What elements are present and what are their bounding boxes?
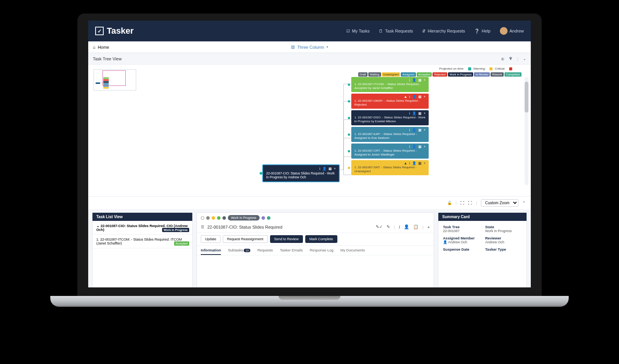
plus-icon[interactable]: + <box>424 95 426 99</box>
plus-icon[interactable]: + <box>424 78 426 82</box>
calendar-icon[interactable]: ▦ <box>418 78 422 82</box>
task-list-title: Task List View <box>92 213 192 221</box>
info-icon[interactable]: i <box>409 95 410 99</box>
user-icon[interactable]: 👤 <box>412 161 416 165</box>
summary-reviewer-value: Andrew Och <box>485 240 522 244</box>
status-pill: Work In Progress <box>228 215 260 220</box>
legend-status-chip: In Review <box>474 72 490 77</box>
chevron-up-icon[interactable]: ⌃ <box>522 201 525 205</box>
legend-status-chip: Unassigned <box>382 72 400 77</box>
info-icon[interactable]: i <box>409 161 410 165</box>
scrollbar[interactable] <box>525 77 528 185</box>
tree-child-node[interactable]: ▲i👤▦+1. 22-001087-SNT: - Status Slides R… <box>351 160 429 175</box>
plus-icon[interactable]: + <box>424 161 426 165</box>
child-node-text: 1. 22-001087-SNT: - Status Slides Requir… <box>354 166 426 173</box>
task-list-item-label: 1. 22-001087-ITCOM: - Status Slides Requ… <box>96 238 182 245</box>
breadcrumb-home[interactable]: ⌂ Home <box>93 45 109 50</box>
clipboard-icon: 🗒 <box>379 29 383 33</box>
bottom-panels: Task List View ⌄22-001087-CIO: Status Sl… <box>88 209 531 287</box>
share-icon[interactable]: ⎋ <box>501 56 504 61</box>
send-to-review-button[interactable]: Send to Review <box>270 235 303 243</box>
tree-child-node[interactable]: i👤▦+1. 22-001087-CRT: - Status Slides Re… <box>351 144 429 159</box>
legend-status-chip: Waiting <box>368 72 381 77</box>
zoom-extents-icon[interactable]: ⛶ <box>468 201 472 205</box>
user-icon[interactable]: 👤 <box>412 111 416 115</box>
minimap[interactable] <box>94 69 136 91</box>
tree-child-node[interactable]: i👤▦+1. 22-001087-EAP: - Status Slides Re… <box>351 127 429 142</box>
calendar-icon[interactable]: ▦ <box>328 167 332 171</box>
tree-root-node[interactable]: i 👤 ▦ + 22-001087-CIO: Status Slides Req… <box>262 164 340 182</box>
child-node-text: 1. 22-001087-OMSF: - Status Slides Requi… <box>354 99 426 107</box>
user-icon[interactable]: 👤 <box>412 145 416 149</box>
task-detail-panel: Work In Progress ☰ 22-001087-CIO: Status… <box>197 212 434 287</box>
nav-help[interactable]: ❔ Help <box>474 29 491 34</box>
nav-task-requests[interactable]: 🗒 Task Requests <box>379 29 413 33</box>
tree-child-node[interactable]: i👤▦+1. 22-001087-ITCOM: - Status Slides … <box>351 77 429 92</box>
legend-critical-swatch <box>509 67 512 70</box>
nav-hierarchy-requests[interactable]: ⇵ Hierarchy Requests <box>422 29 465 34</box>
update-button[interactable]: Update <box>201 235 221 243</box>
tab-label: Tasker Emails <box>280 248 303 252</box>
nav-my-tasks[interactable]: ☑ My Tasks <box>346 29 370 34</box>
detail-tab[interactable]: Information <box>201 248 221 255</box>
info-icon[interactable]: i <box>409 128 410 132</box>
legend-ontime-label: Projected on time: <box>439 67 464 70</box>
nav-user[interactable]: Andrew <box>500 27 524 35</box>
status-progress-row: Work In Progress <box>197 213 434 223</box>
tree-canvas[interactable]: Projected on time: Warning: Critical: Dr… <box>88 65 531 196</box>
calendar-icon[interactable]: ▦ <box>418 145 422 149</box>
summary-state-value: Work in Progress <box>485 229 522 233</box>
zoom-select[interactable]: Custom Zoom <box>481 199 518 207</box>
chevron-down-icon[interactable]: ⌄ <box>523 57 526 61</box>
calendar-icon[interactable]: ▦ <box>418 111 422 115</box>
view-mode-selector[interactable]: ▥ Three Column ▾ <box>291 44 328 50</box>
detail-tab[interactable]: Tasker Emails <box>280 248 303 255</box>
columns-icon: ▥ <box>291 44 295 50</box>
legend-status-chip: Completed <box>504 72 522 77</box>
info-icon[interactable]: i <box>409 78 410 82</box>
detail-tab[interactable]: Response Log <box>310 248 333 255</box>
detail-tab[interactable]: Requests <box>257 248 273 255</box>
tree-child-node[interactable]: ▲i👤▦+1. 22-001087-OMSF: - Status Slides … <box>351 94 429 109</box>
task-list-item[interactable]: ⌄22-001087-CIO: Status Slides Required. … <box>92 221 192 235</box>
clipboard-icon[interactable]: 📋 <box>413 224 419 229</box>
user-icon[interactable]: 👤 <box>412 78 416 82</box>
zoom-fit-icon[interactable]: ⛶ <box>460 201 464 205</box>
view-mode-label: Three Column <box>297 45 324 50</box>
calendar-icon[interactable]: ▦ <box>418 128 422 132</box>
info-icon[interactable]: i <box>409 111 410 115</box>
info-icon[interactable]: i <box>409 145 410 149</box>
summary-task-tree-label: Task Tree <box>443 225 480 229</box>
home-icon: ⌂ <box>93 45 96 50</box>
plus-icon[interactable]: + <box>427 225 430 229</box>
detail-tab[interactable]: My Documents <box>340 248 365 255</box>
calendar-icon[interactable]: ▦ <box>418 95 422 99</box>
edit-icon[interactable]: ✎ <box>386 224 390 229</box>
plus-icon[interactable]: + <box>424 145 426 149</box>
user-icon[interactable]: 👤 <box>412 95 416 99</box>
tree-children: i👤▦+1. 22-001087-ITCOM: - Status Slides … <box>351 77 429 175</box>
detail-tab[interactable]: Subtasks10 <box>228 248 250 255</box>
plus-icon[interactable]: + <box>424 128 426 132</box>
user-icon[interactable]: 👤 <box>412 128 416 132</box>
user-icon[interactable]: 👤 <box>404 224 409 229</box>
org-tree-icon[interactable]: ♆ <box>509 56 513 61</box>
request-reassignment-button[interactable]: Request Reassignment <box>223 235 268 243</box>
task-list-item[interactable]: 1. 22-001087-ITCOM: - Status Slides Requ… <box>92 235 192 248</box>
status-step-dot <box>201 216 204 220</box>
brand-check-icon: ✓ <box>95 27 104 35</box>
italic-icon[interactable]: I <box>399 225 400 229</box>
legend-status-chip: Rejected <box>433 72 447 77</box>
edit-check-icon[interactable]: ✎✓ <box>376 224 383 229</box>
tab-label: Requests <box>257 248 273 252</box>
status-dot-icon <box>348 150 350 152</box>
mark-complete-button[interactable]: Mark Complete <box>305 235 337 243</box>
plus-icon[interactable]: + <box>424 111 426 115</box>
status-step-dot <box>217 216 221 220</box>
user-icon[interactable]: 👤 <box>322 167 327 171</box>
plus-icon[interactable]: + <box>334 167 336 171</box>
info-icon[interactable]: i <box>320 167 320 171</box>
calendar-icon[interactable]: ▦ <box>418 161 422 165</box>
unlock-icon[interactable]: 🔓 <box>447 201 452 205</box>
tree-child-node[interactable]: i👤▦+1. 22-001087-DSO: - Status Slides Re… <box>351 110 429 125</box>
